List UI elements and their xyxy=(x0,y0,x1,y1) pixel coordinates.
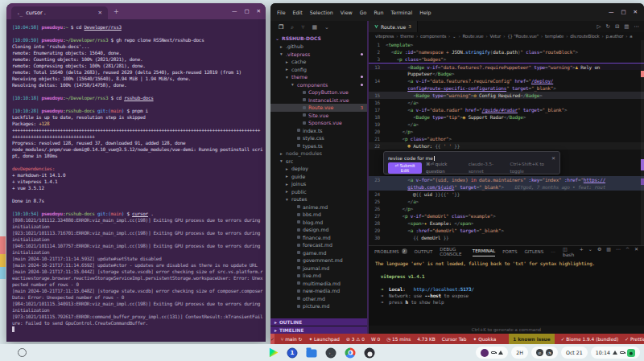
tree-item-design-md[interactable]: design.md xyxy=(270,226,367,234)
tree-item-multimedia-md[interactable]: multimedia.md xyxy=(270,280,367,288)
panel-tab-problems[interactable]: PROBLEMS2 xyxy=(374,246,407,256)
tree-item-index-ts[interactable]: index.ts xyxy=(270,127,367,135)
tree-item-joinus[interactable]: ▸joinus xyxy=(270,180,367,188)
panel-tab-debug-console[interactable]: DEBUG CONSOLE xyxy=(440,246,464,256)
status-item-remote-indicator[interactable]: ✓ xyxy=(270,334,275,344)
panel-control-icon[interactable]: + xyxy=(580,246,584,257)
minimize-icon[interactable]: — xyxy=(232,8,237,14)
status-tray[interactable]: 10:14 ● xyxy=(591,347,640,359)
menu-selection[interactable]: Selection xyxy=(310,10,333,15)
code-editor[interactable]: 1<template>2 <div :id="namespace + JSON.… xyxy=(369,40,644,245)
tree-item-public[interactable]: ▸public xyxy=(270,188,367,196)
breadcrumb-item[interactable]: Vetur xyxy=(490,34,502,39)
timeline-section[interactable]: ▸ TIMELINE xyxy=(270,326,367,334)
date-pill[interactable]: Oct 21 xyxy=(561,347,588,359)
tree-item--github[interactable]: ▸.github xyxy=(270,43,367,51)
breadcrumb-item[interactable]: theme xyxy=(400,34,414,39)
panel-control-icon[interactable]: ⌄ xyxy=(588,246,592,257)
tree-item-types-ts[interactable]: types.ts xyxy=(270,142,367,150)
new-tab-button[interactable]: + xyxy=(111,8,122,15)
breadcrumb-item[interactable]: components xyxy=(420,34,446,39)
editor-action-icon[interactable]: ↻ xyxy=(605,23,609,30)
menu-file[interactable]: File xyxy=(277,10,286,15)
tree-item-cache[interactable]: ▸cache xyxy=(270,58,367,66)
status-item-git-branch[interactable]: ⑂ main ↻ xyxy=(281,334,303,344)
panel-tab-output[interactable]: OUTPUT xyxy=(415,246,433,256)
menu-go[interactable]: Go xyxy=(360,10,367,15)
panel-control-icon[interactable]: ⋯ xyxy=(616,246,621,257)
menu-view[interactable]: View xyxy=(341,10,353,15)
inline-edit-widget[interactable]: revise code for me ✕ ⏎ Submit Edit ⌘⏎ qu… xyxy=(383,151,560,174)
editor-scrollbar[interactable] xyxy=(641,40,644,245)
chrome-icon[interactable] xyxy=(345,347,356,358)
tree-item-config[interactable]: ▸config xyxy=(270,66,367,74)
explorer-root[interactable]: ⌄ RSSHUB-DOCS xyxy=(270,34,367,43)
tree-item-other-md[interactable]: other.md xyxy=(270,295,367,303)
status-item-w-counter[interactable]: W 0 xyxy=(371,334,380,344)
panel-control-icon[interactable]: ✕ xyxy=(634,246,638,257)
profile-pill[interactable] xyxy=(476,347,508,359)
submit-edit-button[interactable]: ⏎ Submit Edit xyxy=(388,162,422,174)
editor-action-icon[interactable]: ⊟ xyxy=(615,23,619,30)
tree-item-instancelist-vue[interactable]: InstanceList.vue xyxy=(270,96,367,105)
tree-item-theme[interactable]: ▾theme xyxy=(270,73,367,81)
close-icon[interactable]: ✕ xyxy=(257,8,261,14)
model-selector[interactable]: claude-3.5-sonnet xyxy=(469,161,506,175)
tree-item-bbs-md[interactable]: bbs.md xyxy=(270,211,367,219)
panel-control-icon[interactable]: ◫ bash xyxy=(563,246,575,257)
maximize-icon[interactable]: ▢ xyxy=(244,8,249,14)
tab-route-vue[interactable]: Route.vue 3 xyxy=(369,21,418,32)
maximize-icon[interactable]: □ xyxy=(621,9,625,15)
breadcrumb-item[interactable]: a xyxy=(630,34,632,39)
files-icon[interactable] xyxy=(307,350,317,358)
status-item-known-issue[interactable]: 1 known issue xyxy=(509,334,554,344)
play-store-icon[interactable] xyxy=(270,348,279,358)
tree-item-blog-md[interactable]: blog.md xyxy=(270,219,367,227)
panel-tab-gitlens[interactable]: GITLENS xyxy=(524,246,543,256)
breadcrumb-item[interactable]: vitepress xyxy=(375,34,394,39)
tree-item-forecast-md[interactable]: forecast.md xyxy=(270,241,367,249)
outline-section[interactable]: ▸ OUTLINE xyxy=(270,318,367,326)
status-item-biome[interactable]: ✓ Biome 1.9.4 (bundled) xyxy=(561,334,619,344)
panel-tab-⋯[interactable]: ⋯ xyxy=(551,246,555,256)
onepassword-icon[interactable] xyxy=(287,347,298,358)
breadcrumb-item[interactable]: template xyxy=(545,34,564,39)
status-item-problems-summary[interactable]: ⊘ 3 ⚠ 0 xyxy=(346,334,365,344)
terminal-tab[interactable]: ›_ cursor . ✕ xyxy=(11,6,108,19)
close-icon[interactable]: ✕ xyxy=(634,9,638,15)
menu-edit[interactable]: Edit xyxy=(293,10,303,15)
terminal-app-icon[interactable] xyxy=(326,347,336,358)
tree-item-finance-md[interactable]: finance.md xyxy=(270,234,367,242)
panel-control-icon[interactable]: ^ xyxy=(625,246,630,257)
tree-item-components[interactable]: ▾components xyxy=(270,81,367,89)
chevron-down-icon[interactable]: ⌄ xyxy=(324,24,329,31)
explorer-icon[interactable]: ❐ xyxy=(279,24,283,31)
breadcrumb-item[interactable]: {} "Route.vue" xyxy=(507,34,539,39)
tree-item-government-md[interactable]: government.md xyxy=(270,256,367,265)
status-item-time-tracker[interactable]: ◷ 15 mins xyxy=(386,334,411,344)
tree-item-picture-md[interactable]: picture.md xyxy=(270,302,367,310)
editor-action-icon[interactable]: ⋯ xyxy=(634,23,640,30)
close-tab-icon[interactable]: ✕ xyxy=(98,10,102,16)
tree-item-site-vue[interactable]: Site.vue xyxy=(270,112,367,120)
status-item-cursor-tab[interactable]: Cursor Tab xyxy=(442,334,467,344)
tree-item-copybutton-vue[interactable]: CopyButton.vue xyxy=(270,88,367,96)
tree-item-anime-md[interactable]: anime.md xyxy=(270,203,367,211)
panel-control-icon[interactable]: ⚙ xyxy=(597,246,601,257)
panel-control-icon[interactable]: ▥ xyxy=(606,246,611,257)
panel-tab-terminal[interactable]: TERMINAL xyxy=(473,246,495,256)
tree-item-journal-md[interactable]: journal.md xyxy=(270,265,367,273)
status-item-launchpad[interactable]: ✦ Launchpad xyxy=(308,334,340,344)
status-item-quokka[interactable]: ✦ Quokka xyxy=(473,334,497,344)
status-item-file-size[interactable]: 4.73 KB xyxy=(417,334,436,344)
tree-item-guide[interactable]: ▸guide xyxy=(270,173,367,181)
tree-item-live-md[interactable]: live.md xyxy=(270,272,367,280)
editor-action-icon[interactable]: ▷ xyxy=(597,23,601,30)
tree-item-sponsors-vue[interactable]: Sponsors.vue xyxy=(270,119,367,127)
breadcrumb-item[interactable]: ⌄ xyxy=(452,34,456,39)
minimize-icon[interactable]: — xyxy=(609,9,614,15)
tree-item-routes[interactable]: ▾routes xyxy=(270,195,367,203)
linux-penguin-icon[interactable] xyxy=(365,347,375,358)
breadcrumb-item[interactable]: p.author xyxy=(605,34,623,39)
extensions-icon[interactable]: ▦ xyxy=(312,24,317,31)
